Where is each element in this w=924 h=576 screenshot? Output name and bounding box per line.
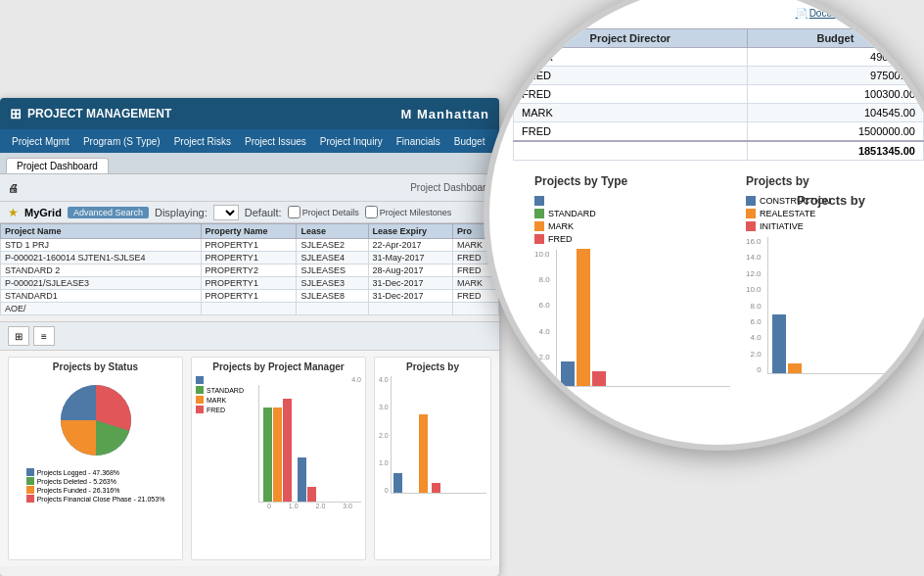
- tab-project-dashboard[interactable]: Project Dashboard: [6, 158, 109, 173]
- nav-risks[interactable]: Project Risks: [168, 134, 237, 149]
- project-table: Project Name Property Name Lease Lease E…: [0, 223, 499, 315]
- pie-container: Projects Logged - 47.368%Projects Delete…: [13, 376, 178, 504]
- popup-type-legend-dot: [534, 234, 544, 244]
- popup-table-section: Project Director Budget MARK49000.00FRED…: [513, 28, 924, 161]
- tab-bar: Project Dashboard: [0, 153, 499, 174]
- manager-legend-dot: [196, 406, 204, 413]
- manager-legend-item: FRED: [196, 406, 254, 413]
- grid-view-button[interactable]: ⊞: [8, 326, 29, 346]
- popup-table-row: FRED100300.00: [514, 85, 924, 104]
- displaying-label: Displaying:: [155, 207, 208, 218]
- pie-legend-item: Projects Logged - 47.368%: [26, 468, 165, 476]
- col-project-name: Project Name: [1, 224, 202, 239]
- popup-type-legend-item: [534, 196, 730, 206]
- pie-chart-svg: [52, 376, 140, 464]
- manager-legend-dot: [196, 396, 204, 404]
- popup-table-row: FRED97500.00: [514, 67, 924, 85]
- project-milestones-checkbox[interactable]: [365, 206, 378, 218]
- mygrid-row: ★ MyGrid Advanced Search Displaying: Def…: [0, 202, 499, 223]
- project-details-checkbox[interactable]: [288, 206, 300, 218]
- popup-by-y-axis: 16.0 14.0 12.0 10.0 8.0 6.0 4.0 2.0 0: [746, 237, 762, 374]
- nav-program[interactable]: Program (S Type): [77, 134, 166, 149]
- table-row[interactable]: P-000021/SJLEASE3PROPERTY1SJLEASE331-Dec…: [1, 277, 499, 290]
- manhattan-logo: M Manhattan: [401, 107, 489, 121]
- pie-legend-item: Projects Financial Close Phase - 21.053%: [26, 495, 165, 503]
- bar-manager-mark: [273, 408, 282, 502]
- advanced-search-button[interactable]: Advanced Search: [68, 207, 149, 218]
- table-row[interactable]: AOE/: [1, 303, 499, 315]
- popup-by-legend-dot: [746, 196, 756, 206]
- popup-total-value: 1851345.00: [747, 141, 923, 161]
- popup-type-legend-dot: [534, 196, 544, 206]
- popup-budget-table: Project Director Budget MARK49000.00FRED…: [513, 28, 924, 161]
- nav-inquiry[interactable]: Project Inquiry: [314, 134, 389, 149]
- print-icon: 🖨: [8, 182, 19, 194]
- popup-by-bar-area: 16.0 14.0 12.0 10.0 8.0 6.0 4.0 2.0 0: [746, 237, 902, 374]
- manager-legend-item: STANDARD: [196, 386, 254, 394]
- popup-type-bars: [556, 250, 730, 387]
- popup-type-chart-title: Projects by Type: [534, 174, 730, 188]
- popup-by-bars: [767, 237, 902, 374]
- mygrid-label: MyGrid: [24, 207, 62, 218]
- icon-buttons-row: ⊞ ≡: [0, 321, 499, 351]
- popup-bar-undef: [561, 361, 575, 386]
- dashboard-title: Project Dashboard: [410, 182, 491, 193]
- app-icon: ⊞: [10, 106, 22, 121]
- popup-tabs-row: 📄 Documents 📋 Raise PO: [513, 8, 924, 19]
- manager-legend-dot: [196, 386, 204, 394]
- pie-legend-item: Projects Funded - 26.316%: [26, 486, 165, 494]
- popup-type-legend-item: STANDARD: [534, 209, 730, 218]
- charts-area: Projects by Status Projects Logged - 47.…: [0, 351, 499, 566]
- pie-legend-dot: [26, 486, 34, 494]
- popup-type-legend-item: FRED: [534, 234, 730, 244]
- display-select[interactable]: [213, 205, 239, 220]
- pie-legend: Projects Logged - 47.368%Projects Delete…: [26, 468, 165, 504]
- bar-manager-fred: [283, 399, 292, 502]
- bar-manager-std: [263, 408, 272, 502]
- popup-bar-fred: [592, 371, 606, 386]
- popup-total-label: [514, 141, 748, 161]
- project-details-checkbox-label[interactable]: Project Details: [288, 206, 359, 218]
- nav-project-mgmt[interactable]: Project Mgmt: [6, 134, 75, 149]
- popup-by-bar-construction: [772, 314, 786, 373]
- table-row[interactable]: STD 1 PRJPROPERTY1SJLEASE222-Apr-2017MAR…: [1, 239, 499, 252]
- popup-type-y-axis: 10.0 8.0 6.0 4.0 2.0 0: [534, 250, 550, 387]
- project-milestones-checkbox-label[interactable]: Project Milestones: [365, 206, 452, 218]
- popup-by-legend-dot: [746, 221, 756, 231]
- documents-tab[interactable]: 📄 Documents: [796, 8, 859, 19]
- manager-legend-item: [196, 376, 254, 384]
- raise-po-icon: 📋: [868, 8, 880, 19]
- nav-budget[interactable]: Budget: [448, 134, 491, 149]
- manager-legend-item: MARK: [196, 396, 254, 404]
- popup-by-legend-item: REALESTATE: [746, 209, 902, 218]
- table-row[interactable]: STANDARD 2PROPERTY2SJLEASES28-Aug-2017FR…: [1, 264, 499, 277]
- col-lease: Lease: [297, 224, 368, 239]
- table-row[interactable]: STANDARD1PROPERTY1SJLEASE831-Dec-2017FRE…: [1, 290, 499, 303]
- raise-po-tab[interactable]: 📋 Raise PO: [868, 8, 924, 19]
- popup-by-chart-title: Projects by: [746, 174, 902, 188]
- toolbar-row: 🖨 Project Dashboard: [0, 174, 499, 202]
- popup-type-bar-group: [561, 249, 606, 386]
- manager-legend-dot: [196, 376, 204, 384]
- bar-type-fred: [432, 483, 440, 493]
- list-view-button[interactable]: ≡: [33, 326, 55, 346]
- col-property-name: Property Name: [201, 224, 297, 239]
- popup-col-director: Project Director: [514, 29, 748, 48]
- popup-type-legend-dot: [534, 221, 544, 231]
- nav-issues[interactable]: Project Issues: [239, 134, 312, 149]
- popup-by-legend-dot: [746, 209, 756, 218]
- manager-chart-box: Projects by Project Manager STANDARDMARK…: [191, 357, 366, 560]
- top-bar: ⊞ PROJECT MANAGEMENT M Manhattan: [0, 98, 499, 129]
- popup-by-bar-realestate: [788, 363, 802, 373]
- popup-by-bar-group: [772, 314, 817, 373]
- popup-type-legend-item: MARK: [534, 221, 730, 231]
- manager-legend: STANDARDMARKFRED: [196, 376, 254, 509]
- status-chart-box: Projects by Status Projects Logged - 47.…: [8, 357, 183, 560]
- default-label: Default:: [245, 207, 282, 218]
- popup-type-chart: Projects by Type STANDARDMARKFRED 10.0 8…: [534, 174, 730, 387]
- table-row[interactable]: P-000021-160014 SJTEN1-SJLSE4PROPERTY1SJ…: [1, 252, 499, 264]
- status-chart-title: Projects by Status: [13, 361, 178, 372]
- popup-circle: 📄 Documents 📋 Raise PO Project Director …: [484, 0, 924, 451]
- nav-financials[interactable]: Financials: [391, 134, 446, 149]
- popup-type-legend-dot: [534, 209, 544, 218]
